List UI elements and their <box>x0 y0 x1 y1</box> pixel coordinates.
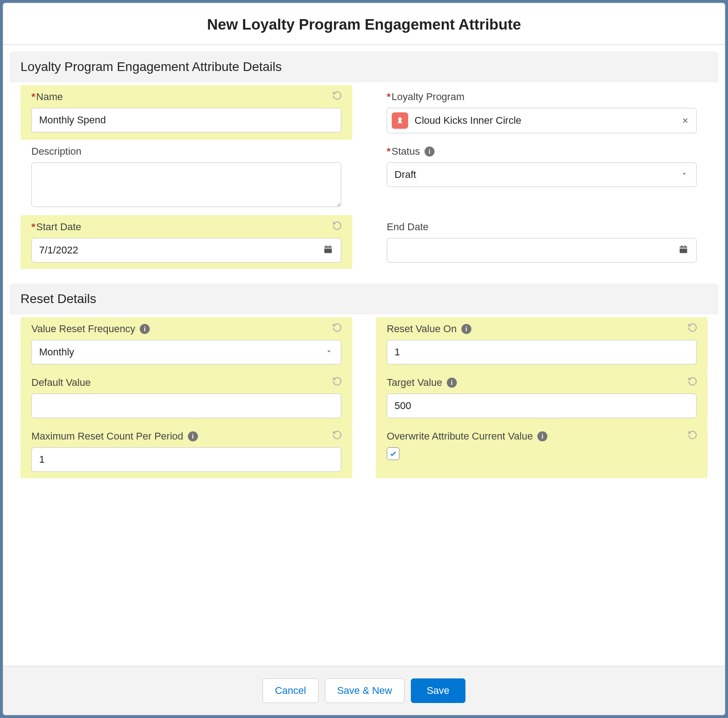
info-icon[interactable]: i <box>188 431 198 441</box>
modal-footer: Cancel Save & New Save <box>3 666 725 715</box>
field-status: *Status i <box>376 140 708 215</box>
label-start-date: *Start Date <box>31 221 81 233</box>
label-reset-value-on: Reset Value On <box>387 323 457 335</box>
label-max-reset-count: Maximum Reset Count Per Period <box>31 430 183 442</box>
badge-icon <box>392 112 408 129</box>
description-input[interactable] <box>31 162 341 207</box>
info-icon[interactable]: i <box>447 378 457 388</box>
undo-icon[interactable] <box>687 375 698 387</box>
field-loyalty-program: *Loyalty Program Cloud Kicks Inner Circl… <box>376 85 708 140</box>
undo-icon[interactable] <box>331 375 343 387</box>
loyalty-program-value: Cloud Kicks Inner Circle <box>415 115 672 126</box>
label-name: *Name <box>31 91 63 103</box>
undo-icon[interactable] <box>687 429 698 441</box>
close-icon[interactable] <box>679 114 692 127</box>
info-icon[interactable]: i <box>425 147 435 157</box>
field-name: *Name <box>20 85 352 140</box>
loyalty-program-lookup[interactable]: Cloud Kicks Inner Circle <box>387 108 697 133</box>
reset-grid: Value Reset Frequency i Reset Value On <box>3 314 725 486</box>
svg-point-0 <box>398 117 401 121</box>
max-reset-count-input[interactable] <box>31 447 341 472</box>
end-date-input[interactable] <box>387 238 697 263</box>
undo-icon[interactable] <box>331 90 343 101</box>
overwrite-current-checkbox[interactable] <box>387 447 399 460</box>
undo-icon[interactable] <box>331 220 343 232</box>
reset-value-on-input[interactable] <box>387 340 697 364</box>
field-max-reset-count: Maximum Reset Count Per Period i <box>20 425 352 478</box>
modal-title: New Loyalty Program Engagement Attribute <box>12 16 716 33</box>
field-description: Description <box>20 140 352 215</box>
field-value-reset-frequency: Value Reset Frequency i <box>20 317 352 371</box>
field-overwrite-current: Overwrite Attribute Current Value i <box>376 425 708 478</box>
details-grid: *Name *Loyalty Program Cloud Kicks Inner… <box>3 82 725 277</box>
info-icon[interactable]: i <box>537 431 547 441</box>
field-reset-value-on: Reset Value On i <box>376 317 708 371</box>
section-header-details: Loyalty Program Engagement Attribute Det… <box>10 51 718 82</box>
label-description: Description <box>31 146 81 157</box>
undo-icon[interactable] <box>687 322 698 334</box>
label-overwrite-current: Overwrite Attribute Current Value <box>387 430 533 442</box>
label-status: *Status <box>387 146 420 157</box>
label-loyalty-program: *Loyalty Program <box>387 91 465 103</box>
target-value-input[interactable] <box>387 394 697 418</box>
info-icon[interactable]: i <box>461 324 471 334</box>
label-target-value: Target Value <box>387 377 442 389</box>
modal-dialog: New Loyalty Program Engagement Attribute… <box>3 3 725 715</box>
field-end-date: End Date <box>376 215 708 269</box>
label-end-date: End Date <box>387 221 429 233</box>
field-start-date: *Start Date <box>20 215 352 269</box>
modal-body: Loyalty Program Engagement Attribute Det… <box>3 45 725 666</box>
section-header-reset: Reset Details <box>10 283 718 314</box>
save-button[interactable]: Save <box>411 678 465 703</box>
save-and-new-button[interactable]: Save & New <box>325 678 404 703</box>
default-value-input[interactable] <box>31 394 341 418</box>
label-default-value: Default Value <box>31 377 91 389</box>
info-icon[interactable]: i <box>140 324 150 334</box>
start-date-input[interactable] <box>31 238 341 263</box>
modal-header: New Loyalty Program Engagement Attribute <box>3 3 725 45</box>
value-reset-frequency-select[interactable] <box>31 340 341 364</box>
cancel-button[interactable]: Cancel <box>263 678 318 703</box>
undo-icon[interactable] <box>331 429 343 441</box>
field-default-value: Default Value <box>20 371 352 425</box>
name-input[interactable] <box>31 108 341 132</box>
status-select[interactable] <box>387 162 697 187</box>
label-value-reset-frequency: Value Reset Frequency <box>31 323 135 335</box>
undo-icon[interactable] <box>331 322 343 334</box>
field-target-value: Target Value i <box>376 371 708 425</box>
